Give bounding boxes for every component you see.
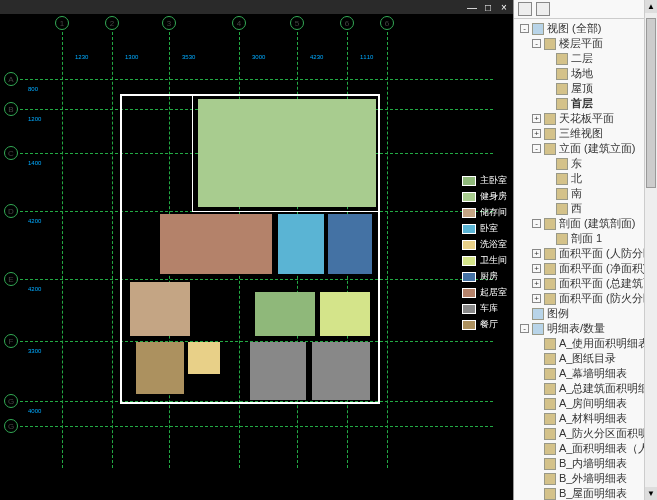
dimension: 1400: [28, 160, 41, 166]
tree-node[interactable]: B_外墙明细表: [518, 471, 655, 486]
node-icon: [544, 113, 556, 125]
tree-node[interactable]: 场地: [518, 66, 655, 81]
tree-node[interactable]: 剖面 1: [518, 231, 655, 246]
tree-node[interactable]: 南: [518, 186, 655, 201]
tree-node[interactable]: +面积平面 (总建筑面积): [518, 276, 655, 291]
project-tree[interactable]: -视图 (全部)-楼层平面 二层 场地 屋顶 首层+天花板平面+三维视图-立面 …: [514, 19, 657, 500]
collapse-icon[interactable]: -: [532, 144, 541, 153]
expand-icon[interactable]: +: [532, 249, 541, 258]
node-icon: [544, 38, 556, 50]
dimension: 3530: [182, 54, 195, 60]
collapse-icon[interactable]: -: [532, 39, 541, 48]
expand-icon[interactable]: +: [532, 264, 541, 273]
collapse-icon[interactable]: -: [532, 219, 541, 228]
legend-item: 厨房: [462, 270, 507, 283]
node-label: A_面积明细表（人防面积）: [559, 441, 657, 456]
tree-node[interactable]: A_材料明细表: [518, 411, 655, 426]
room-bath: [188, 342, 220, 374]
tree-node[interactable]: +天花板平面: [518, 111, 655, 126]
tree-spacer: [532, 429, 541, 438]
node-icon: [544, 428, 556, 440]
expand-icon[interactable]: +: [532, 279, 541, 288]
tree-node[interactable]: +面积平面 (防火分区面积): [518, 291, 655, 306]
expand-icon[interactable]: +: [532, 114, 541, 123]
tree-node[interactable]: 首层: [518, 96, 655, 111]
tree-spacer: [532, 474, 541, 483]
maximize-button[interactable]: □: [483, 2, 493, 12]
tree-node[interactable]: A_防火分区面积明细表: [518, 426, 655, 441]
scrollbar[interactable]: ▲ ▼: [644, 0, 657, 500]
tree-node[interactable]: A_房间明细表: [518, 396, 655, 411]
legend-label: 厨房: [480, 270, 498, 283]
tree-node[interactable]: +三维视图: [518, 126, 655, 141]
node-icon: [544, 398, 556, 410]
tree-node[interactable]: -剖面 (建筑剖面): [518, 216, 655, 231]
legend-item: 健身房: [462, 190, 507, 203]
grid-bubble-B: B: [4, 102, 18, 116]
grid-bubble-E: E: [4, 272, 18, 286]
minimize-button[interactable]: —: [467, 2, 477, 12]
grid-bubble-C: C: [4, 146, 18, 160]
node-icon: [556, 173, 568, 185]
dimension: 1300: [125, 54, 138, 60]
node-label: 天花板平面: [559, 111, 614, 126]
dimension: 4000: [28, 408, 41, 414]
scroll-down-icon[interactable]: ▼: [645, 487, 657, 500]
room-dining: [136, 342, 184, 394]
tree-node[interactable]: A_总建筑面积明细表: [518, 381, 655, 396]
tree-node[interactable]: -视图 (全部): [518, 21, 655, 36]
legend-item: 洗浴室: [462, 238, 507, 251]
legend-label: 卫生间: [480, 254, 507, 267]
expand-icon[interactable]: +: [532, 129, 541, 138]
node-label: B_外墙明细表: [559, 471, 627, 486]
tree-node[interactable]: -明细表/数量: [518, 321, 655, 336]
room-toilet: [320, 292, 370, 336]
tree-node[interactable]: 图例: [518, 306, 655, 321]
node-label: 屋顶: [571, 81, 593, 96]
cad-drawing-area[interactable]: — □ × 1234566ABCDEFGG 123013003530300042…: [0, 0, 513, 500]
tree-node[interactable]: A_面积明细表（人防面积）: [518, 441, 655, 456]
tree-node[interactable]: 二层: [518, 51, 655, 66]
floor-plan-canvas[interactable]: 1234566ABCDEFGG 123013003530300042301110…: [0, 14, 513, 486]
grid-bubble-D: D: [4, 204, 18, 218]
node-icon: [544, 143, 556, 155]
node-label: 面积平面 (人防分区面积): [559, 246, 657, 261]
node-label: A_图纸目录: [559, 351, 616, 366]
collapse-icon[interactable]: -: [520, 24, 529, 33]
tree-node[interactable]: A_幕墙明细表: [518, 366, 655, 381]
tree-node[interactable]: A_图纸目录: [518, 351, 655, 366]
collapse-icon[interactable]: -: [520, 324, 529, 333]
room-gym: [198, 99, 376, 207]
legend-label: 健身房: [480, 190, 507, 203]
scroll-up-icon[interactable]: ▲: [645, 0, 657, 13]
swatch-icon: [462, 224, 476, 234]
close-button[interactable]: ×: [499, 2, 509, 12]
tree-node[interactable]: 北: [518, 171, 655, 186]
scroll-thumb[interactable]: [646, 18, 656, 188]
tree-node[interactable]: -立面 (建筑立面): [518, 141, 655, 156]
search-icon[interactable]: [536, 2, 550, 16]
node-icon: [556, 233, 568, 245]
gridline: [387, 32, 388, 468]
tree-node[interactable]: -楼层平面: [518, 36, 655, 51]
node-label: 场地: [571, 66, 593, 81]
filter-icon[interactable]: [518, 2, 532, 16]
dimension: 4230: [310, 54, 323, 60]
tree-node[interactable]: B_内墙明细表: [518, 456, 655, 471]
swatch-icon: [462, 192, 476, 202]
tree-spacer: [532, 369, 541, 378]
expand-icon[interactable]: +: [532, 294, 541, 303]
node-label: A_材料明细表: [559, 411, 627, 426]
grid-bubble-6: 6: [380, 16, 394, 30]
tree-node[interactable]: 东: [518, 156, 655, 171]
legend-label: 储存间: [480, 206, 507, 219]
tree-node[interactable]: +面积平面 (人防分区面积): [518, 246, 655, 261]
tree-spacer: [532, 354, 541, 363]
tree-node[interactable]: +面积平面 (净面积): [518, 261, 655, 276]
project-browser[interactable]: -视图 (全部)-楼层平面 二层 场地 屋顶 首层+天花板平面+三维视图-立面 …: [513, 0, 657, 500]
tree-node[interactable]: 西: [518, 201, 655, 216]
tree-node[interactable]: B_屋面明细表: [518, 486, 655, 500]
node-icon: [544, 338, 556, 350]
tree-node[interactable]: 屋顶: [518, 81, 655, 96]
tree-node[interactable]: A_使用面积明细表: [518, 336, 655, 351]
